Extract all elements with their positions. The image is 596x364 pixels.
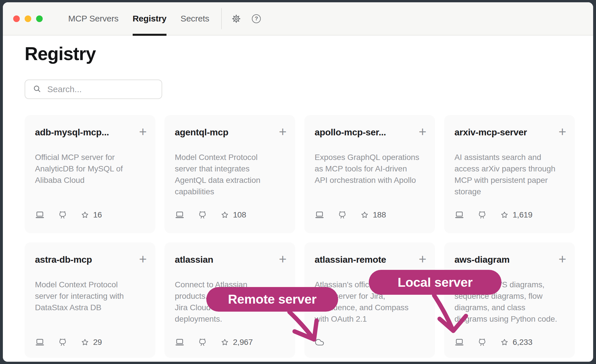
server-meta: 6,233 xyxy=(454,337,532,347)
traffic-light-close[interactable] xyxy=(13,15,20,22)
star-count: 2,967 xyxy=(233,338,253,347)
settings-button[interactable] xyxy=(232,14,241,23)
github-icon[interactable] xyxy=(58,210,67,220)
server-card-header: atlassian + xyxy=(175,253,287,266)
laptop-icon xyxy=(454,210,464,220)
github-icon[interactable] xyxy=(198,210,207,220)
laptop-icon xyxy=(315,210,324,220)
server-name: aws-diagram xyxy=(454,253,509,266)
server-description: AI assistants search and access arXiv pa… xyxy=(454,152,567,197)
github-icon[interactable] xyxy=(58,338,67,347)
star-icon xyxy=(360,211,369,219)
server-name: atlassian-remote xyxy=(315,253,386,266)
app-window: MCP ServersRegistrySecrets ? Registry xyxy=(3,2,593,362)
server-description: Model Context Protocol server for intera… xyxy=(35,279,148,313)
star-icon xyxy=(220,338,229,347)
server-description: Model Context Protocol server that integ… xyxy=(175,152,288,197)
star-icon xyxy=(81,338,89,347)
star-rating: 16 xyxy=(81,210,102,219)
server-description: Official MCP server for AnalyticDB for M… xyxy=(35,152,148,186)
star-count: 16 xyxy=(93,210,102,219)
page-title: Registry xyxy=(25,44,593,64)
server-name: adb-mysql-mcp... xyxy=(35,126,109,139)
server-name: astra-db-mcp xyxy=(35,253,92,266)
laptop-icon xyxy=(35,337,45,347)
laptop-icon xyxy=(175,337,185,347)
star-rating: 6,233 xyxy=(500,338,532,347)
server-name: agentql-mcp xyxy=(175,126,228,139)
star-rating: 108 xyxy=(220,210,246,219)
search-box xyxy=(25,80,162,99)
server-name: atlassian xyxy=(175,253,213,266)
github-icon[interactable] xyxy=(338,210,347,220)
star-count: 108 xyxy=(233,210,246,219)
cloud-icon xyxy=(315,337,324,347)
laptop-icon xyxy=(454,337,464,347)
star-rating: 2,967 xyxy=(220,338,253,347)
star-rating: 188 xyxy=(360,210,386,219)
traffic-light-zoom[interactable] xyxy=(36,15,43,22)
star-icon xyxy=(81,211,89,219)
gear-icon xyxy=(232,14,241,23)
server-card[interactable]: apollo-mcp-ser... + Exposes GraphQL oper… xyxy=(304,115,435,233)
github-icon[interactable] xyxy=(198,338,207,347)
add-server-button[interactable]: + xyxy=(139,253,147,265)
help-button[interactable]: ? xyxy=(252,14,261,23)
server-name: arxiv-mcp-server xyxy=(454,126,527,139)
help-icon: ? xyxy=(252,14,261,23)
server-card-header: apollo-mcp-ser... + xyxy=(315,126,426,139)
server-card[interactable]: aws-diagram + Generate AWS diagrams, seq… xyxy=(444,242,575,358)
add-server-button[interactable]: + xyxy=(558,126,566,137)
server-meta xyxy=(315,337,324,347)
github-icon[interactable] xyxy=(477,210,487,220)
toolbar-divider xyxy=(221,8,222,29)
server-card-header: arxiv-mcp-server + xyxy=(454,126,566,139)
server-meta: 29 xyxy=(35,337,102,347)
server-name: apollo-mcp-ser... xyxy=(315,126,386,139)
search-icon xyxy=(33,84,42,94)
server-description: Exposes GraphQL operations as MCP tools … xyxy=(315,152,428,186)
star-icon xyxy=(220,211,229,219)
server-meta: 2,967 xyxy=(175,337,253,347)
server-card[interactable]: astra-db-mcp + Model Context Protocol se… xyxy=(25,242,155,358)
server-card-header: aws-diagram + xyxy=(454,253,566,266)
star-count: 1,619 xyxy=(513,210,532,219)
server-card-header: atlassian-remote + xyxy=(315,253,426,266)
server-meta: 16 xyxy=(35,210,102,220)
server-meta: 188 xyxy=(315,210,386,220)
tab-secrets[interactable]: Secrets xyxy=(181,2,209,35)
add-server-button[interactable]: + xyxy=(419,126,426,137)
add-server-button[interactable]: + xyxy=(279,126,287,137)
server-card[interactable]: arxiv-mcp-server + AI assistants search … xyxy=(444,115,575,233)
server-card-header: adb-mysql-mcp... + xyxy=(35,126,147,139)
star-rating: 29 xyxy=(81,338,102,347)
add-server-button[interactable]: + xyxy=(279,253,287,265)
search-input[interactable] xyxy=(47,84,156,94)
star-icon xyxy=(500,211,509,219)
star-count: 29 xyxy=(93,338,102,347)
server-meta: 108 xyxy=(175,210,246,220)
toolbar-icons: ? xyxy=(232,14,261,23)
star-rating: 1,619 xyxy=(500,210,532,219)
local-server-callout: Local server xyxy=(369,270,501,295)
tab-bar: MCP ServersRegistrySecrets xyxy=(68,2,209,35)
server-card-header: agentql-mcp + xyxy=(175,126,287,139)
traffic-lights xyxy=(13,15,43,22)
add-server-button[interactable]: + xyxy=(419,253,426,265)
add-server-button[interactable]: + xyxy=(558,253,566,265)
server-card[interactable]: adb-mysql-mcp... + Official MCP server f… xyxy=(25,115,155,233)
tab-mcp-servers[interactable]: MCP Servers xyxy=(68,2,119,35)
laptop-icon xyxy=(35,210,45,220)
github-icon[interactable] xyxy=(477,338,487,347)
tab-registry[interactable]: Registry xyxy=(133,2,166,35)
server-card[interactable]: agentql-mcp + Model Context Protocol ser… xyxy=(164,115,295,233)
star-count: 188 xyxy=(373,210,386,219)
laptop-icon xyxy=(175,210,185,220)
server-meta: 1,619 xyxy=(454,210,532,220)
star-count: 6,233 xyxy=(513,338,532,347)
star-icon xyxy=(500,338,509,347)
server-grid: adb-mysql-mcp... + Official MCP server f… xyxy=(25,115,593,358)
add-server-button[interactable]: + xyxy=(139,126,147,137)
title-bar: MCP ServersRegistrySecrets ? xyxy=(3,2,593,35)
traffic-light-minimize[interactable] xyxy=(25,15,31,22)
